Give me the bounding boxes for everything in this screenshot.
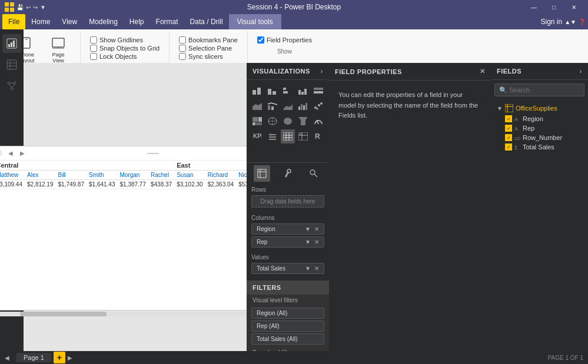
fields-checkbox-rownumber[interactable]: ✓ [505, 134, 512, 141]
page-tab-1[interactable]: Page 1 [16, 353, 51, 362]
fields-item-region-label: Region [523, 115, 543, 122]
viz-filled-map-icon[interactable] [281, 114, 295, 128]
selection-pane-checkbox[interactable] [179, 45, 186, 52]
maximize-button[interactable]: □ [544, 0, 563, 14]
sidebar-data-icon[interactable] [2, 55, 21, 74]
fields-item-region[interactable]: ✓ A Region [493, 114, 586, 123]
snap-objects-checkbox[interactable] [90, 45, 97, 52]
sync-slicers-checkbox[interactable] [179, 53, 186, 60]
viz-tab-format[interactable] [280, 165, 296, 182]
fp-panel-close-icon[interactable]: ✕ [480, 68, 486, 75]
viz-tab-fields[interactable] [254, 165, 270, 182]
menu-data-drill[interactable]: Data / Drill [184, 14, 229, 29]
field-properties-row[interactable]: Field Properties [257, 36, 312, 44]
fields-item-totalsales[interactable]: ✓ Σ Total Sales [493, 142, 586, 152]
viz-line-clustered-icon[interactable] [265, 99, 280, 113]
viz-waterfall-icon[interactable] [296, 99, 310, 113]
fields-checkbox-totalsales[interactable]: ✓ [505, 143, 512, 151]
viz-column-region-dropdown-icon[interactable]: ▼ [305, 226, 311, 232]
fields-search-input[interactable] [494, 84, 584, 96]
sidebar-model-icon[interactable] [2, 76, 21, 95]
viz-column-region[interactable]: Region ▼ ✕ [251, 223, 324, 235]
fields-panel-expand-icon[interactable]: › [580, 68, 582, 75]
canvas-hscrollbar[interactable] [0, 312, 280, 316]
page-add-button[interactable]: + [54, 352, 65, 363]
viz-kpi-icon[interactable]: KPI [250, 129, 264, 143]
fields-group-header[interactable]: ▼ OfficeSupplies [493, 102, 586, 114]
viz-gauge-icon[interactable] [311, 114, 325, 128]
viz-slicer-icon[interactable] [265, 129, 280, 143]
fields-tree: ▼ OfficeSupplies ✓ A Region ✓ A Rep ✓ 12… [491, 100, 588, 156]
svg-rect-28 [273, 91, 276, 95]
canvas-hscrollbar-thumb[interactable] [20, 312, 107, 316]
fields-item-rep[interactable]: ✓ A Rep [493, 123, 586, 133]
viz-value-totalsales[interactable]: Total Sales ▼ ✕ [251, 263, 324, 274]
viz-rows-drop[interactable]: Drag data fields here [251, 195, 324, 208]
viz-matrix-icon[interactable] [296, 129, 310, 143]
page-prev-nav[interactable]: ◀ [5, 355, 9, 361]
window-controls[interactable]: — □ ✕ [524, 0, 583, 14]
canvas-forward-icon[interactable]: ▶ [18, 149, 27, 158]
show-gridlines-label: Show Gridlines [99, 36, 143, 44]
viz-ribbon-icon[interactable] [281, 99, 295, 113]
fields-checkbox-region[interactable]: ✓ [505, 115, 512, 122]
viz-clustered-bar-icon[interactable] [281, 84, 295, 98]
viz-value-totalsales-remove-icon[interactable]: ✕ [314, 265, 319, 272]
viz-funnel-icon[interactable] [296, 114, 310, 128]
viz-column-rep-dropdown-icon[interactable]: ▼ [305, 239, 311, 245]
show-gridlines-row[interactable]: Show Gridlines [90, 36, 160, 44]
lock-objects-row[interactable]: Lock Objects [90, 53, 160, 60]
viz-column-icon[interactable] [265, 84, 280, 98]
fields-search-icon: 🔍 [499, 86, 507, 94]
viz-column-region-remove-icon[interactable]: ✕ [314, 226, 319, 232]
field-properties-checkbox[interactable] [257, 36, 264, 44]
sign-in-button[interactable]: Sign in ▲▼ ❓ [541, 18, 586, 26]
viz-tab-analytics[interactable] [305, 165, 322, 182]
fields-item-rownumber[interactable]: ✓ 123 Row_Number [493, 133, 586, 142]
lock-objects-checkbox[interactable] [90, 53, 97, 60]
viz-100pct-bar-icon[interactable] [311, 84, 325, 98]
menu-home[interactable]: Home [25, 14, 56, 29]
snap-objects-row[interactable]: Snap Objects to Grid [90, 45, 160, 52]
viz-column-rep[interactable]: Rep ▼ ✕ [251, 236, 324, 248]
show-gridlines-checkbox[interactable] [90, 36, 97, 44]
viz-value-totalsales-dropdown-icon[interactable]: ▼ [305, 265, 311, 272]
visualizations-panel: VISUALIZATIONS › [247, 63, 329, 352]
svg-text:Σ: Σ [514, 145, 518, 150]
bookmarks-pane-row[interactable]: Bookmarks Pane [179, 36, 238, 44]
menu-view[interactable]: View [56, 14, 83, 29]
viz-clustered-col-icon[interactable] [296, 84, 310, 98]
viz-area-icon[interactable] [250, 99, 264, 113]
filter-rep[interactable]: Rep (All) [251, 320, 324, 332]
page-view-button[interactable]: Page View [44, 34, 73, 66]
viz-treemap-icon[interactable] [250, 114, 264, 128]
viz-R-icon[interactable]: R [311, 129, 325, 143]
bookmarks-pane-checkbox[interactable] [179, 36, 186, 44]
viz-table-icon[interactable] [281, 129, 295, 143]
viz-values-section: Values Total Sales ▼ ✕ [247, 252, 329, 278]
filter-totalsales[interactable]: Total Sales (All) [251, 333, 324, 345]
viz-panel-expand-icon[interactable]: › [321, 68, 323, 75]
svg-text:A: A [514, 116, 518, 122]
canvas-back-icon[interactable]: ◀ [6, 149, 15, 158]
sync-slicers-row[interactable]: Sync slicers [179, 53, 238, 60]
val-morgan: $1,387.77 [118, 180, 149, 189]
filter-region[interactable]: Region (All) [251, 308, 324, 319]
viz-scatter-icon[interactable] [311, 99, 325, 113]
menu-format[interactable]: Format [150, 14, 184, 29]
close-button[interactable]: ✕ [564, 0, 583, 14]
viz-column-rep-remove-icon[interactable]: ✕ [314, 239, 319, 245]
menu-modeling[interactable]: Modeling [83, 14, 124, 29]
menu-file[interactable]: File [2, 14, 25, 29]
sidebar-report-icon[interactable] [2, 34, 21, 53]
menu-help[interactable]: Help [124, 14, 150, 29]
fields-checkbox-rep[interactable]: ✓ [505, 125, 512, 132]
viz-map-icon[interactable] [265, 114, 280, 128]
minimize-button[interactable]: — [524, 0, 543, 14]
viz-panel-header: VISUALIZATIONS › [247, 63, 329, 80]
viz-bar-icon[interactable] [250, 84, 264, 98]
selection-pane-row[interactable]: Selection Pane [179, 45, 238, 52]
visual-tools-tab[interactable]: Visual tools [229, 14, 281, 29]
svg-point-18 [14, 82, 16, 84]
page-next-nav[interactable]: ▶ [68, 355, 72, 361]
